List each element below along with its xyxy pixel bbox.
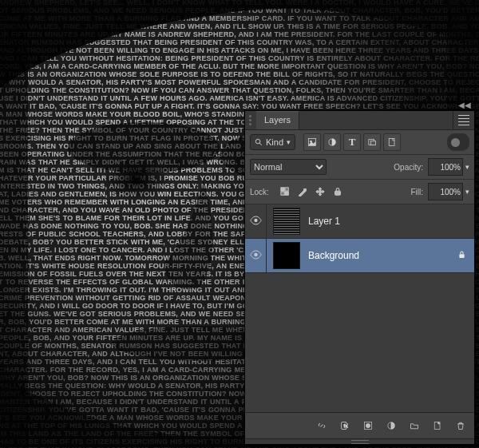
lock-icon <box>457 250 466 261</box>
layer-name[interactable]: Layer 1 <box>308 216 340 227</box>
layer-name[interactable]: Background <box>308 250 359 261</box>
svg-rect-21 <box>304 189 307 192</box>
panel-collapse-icon[interactable]: ◀◀ <box>458 101 471 109</box>
panel-resize-handle[interactable] <box>245 438 474 444</box>
layers-panel: ◀◀ Layers Kind ▾ T <box>244 110 475 445</box>
layer-filter-row: Kind ▾ T <box>245 130 474 155</box>
chevron-down-icon[interactable]: ▾ <box>465 163 469 171</box>
layer-style-icon[interactable]: fx <box>338 418 352 433</box>
blend-opacity-row: Normal Opacity: ▾ <box>245 155 474 180</box>
adjustment-layer-icon[interactable] <box>384 418 398 433</box>
layer-thumbnail[interactable] <box>273 208 300 235</box>
tab-layers[interactable]: Layers <box>256 111 299 129</box>
svg-rect-17 <box>281 188 284 191</box>
lock-pixels-icon[interactable] <box>295 184 311 200</box>
filter-adjustment-icon[interactable] <box>323 133 341 151</box>
new-group-icon[interactable] <box>407 418 422 433</box>
svg-point-23 <box>254 219 257 222</box>
tab-layers-label: Layers <box>264 115 291 125</box>
svg-rect-15 <box>371 141 376 145</box>
layer-row[interactable]: Background <box>245 239 474 273</box>
opacity-label: Opacity: <box>394 163 423 172</box>
link-layers-icon[interactable] <box>315 418 329 433</box>
new-layer-icon[interactable] <box>430 418 445 433</box>
lock-position-icon[interactable] <box>312 184 328 200</box>
fill-input[interactable] <box>428 183 463 200</box>
svg-text:fx: fx <box>344 423 348 428</box>
panel-menu-icon[interactable] <box>453 111 474 129</box>
svg-point-9 <box>255 139 260 144</box>
eye-icon <box>250 216 262 227</box>
visibility-toggle[interactable] <box>245 204 267 238</box>
filter-type-icon[interactable]: T <box>343 133 361 151</box>
filter-pixel-icon[interactable] <box>303 133 321 151</box>
svg-rect-25 <box>459 254 464 258</box>
svg-rect-19 <box>281 192 284 195</box>
visibility-toggle[interactable] <box>245 239 267 272</box>
lock-label: Lock: <box>250 188 269 196</box>
filter-shape-icon[interactable] <box>363 133 381 151</box>
filter-toggle-switch[interactable] <box>447 133 469 151</box>
blend-mode-select[interactable]: Normal <box>250 159 327 175</box>
filter-kind-label: Kind <box>266 137 283 147</box>
svg-rect-16 <box>389 139 394 146</box>
fill-label: Fill: <box>410 188 423 196</box>
lock-transparent-icon[interactable] <box>277 184 293 200</box>
opacity-input[interactable] <box>428 158 463 176</box>
svg-rect-22 <box>335 191 340 195</box>
lock-all-icon[interactable] <box>330 184 346 200</box>
svg-point-28 <box>366 423 370 427</box>
filter-kind-select[interactable]: Kind ▾ <box>250 134 295 150</box>
eye-icon <box>250 250 262 261</box>
svg-point-24 <box>254 253 257 256</box>
layer-thumbnail[interactable] <box>273 242 300 269</box>
lock-fill-row: Lock: Fill: ▾ <box>245 180 474 204</box>
svg-line-10 <box>259 143 262 145</box>
layer-row[interactable]: Layer 1 <box>245 204 474 239</box>
delete-layer-icon[interactable] <box>453 418 468 433</box>
panel-footer: fx <box>245 412 474 438</box>
panel-grip-icon[interactable] <box>245 111 256 129</box>
layer-mask-icon[interactable] <box>361 418 375 433</box>
panel-tabbar: Layers <box>245 111 474 130</box>
search-icon <box>255 138 263 146</box>
filter-smartobject-icon[interactable] <box>383 133 401 151</box>
chevron-down-icon: ▾ <box>287 138 291 146</box>
chevron-down-icon[interactable]: ▾ <box>465 188 469 196</box>
svg-rect-20 <box>285 188 288 191</box>
svg-rect-18 <box>285 192 288 195</box>
layer-list: Layer 1 Background <box>245 204 474 412</box>
